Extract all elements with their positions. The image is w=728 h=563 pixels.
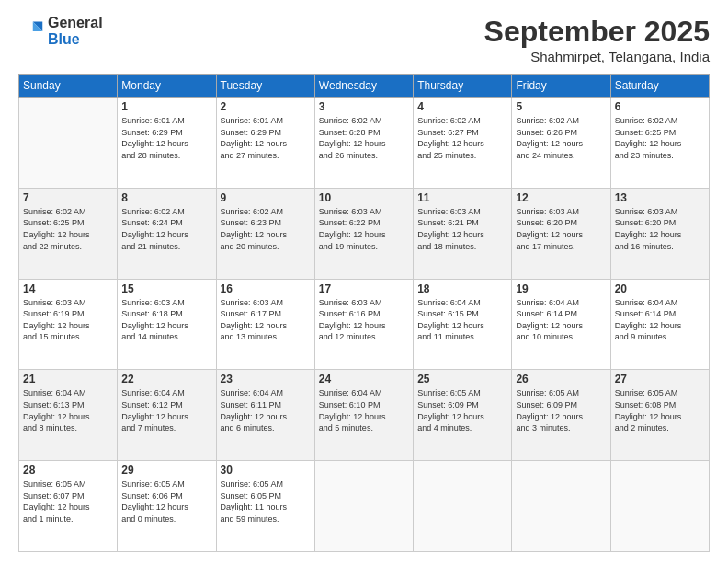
day-info: Sunrise: 6:03 AM Sunset: 6:19 PM Dayligh… [23, 297, 113, 343]
day-number: 21 [23, 373, 113, 385]
day-number: 17 [319, 282, 409, 295]
day-info: Sunrise: 6:02 AM Sunset: 6:25 PM Dayligh… [23, 206, 113, 252]
logo-icon [18, 18, 44, 44]
calendar-table: Sunday Monday Tuesday Wednesday Thursday… [18, 74, 710, 552]
day-number: 20 [615, 282, 705, 295]
day-number: 28 [23, 464, 113, 477]
col-wednesday: Wednesday [314, 75, 413, 98]
day-number: 26 [516, 373, 606, 385]
day-cell: 17Sunrise: 6:03 AM Sunset: 6:16 PM Dayli… [314, 279, 413, 370]
day-number: 16 [221, 282, 311, 295]
day-info: Sunrise: 6:02 AM Sunset: 6:28 PM Dayligh… [319, 115, 409, 161]
day-info: Sunrise: 6:05 AM Sunset: 6:08 PM Dayligh… [615, 387, 705, 433]
day-number: 29 [121, 464, 211, 477]
day-number: 10 [319, 191, 409, 204]
col-friday: Friday [512, 75, 610, 98]
day-number: 1 [121, 100, 211, 113]
day-info: Sunrise: 6:03 AM Sunset: 6:18 PM Dayligh… [121, 297, 211, 343]
day-number: 23 [221, 373, 311, 385]
header: General Blue September 2025 Shahmirpet, … [18, 15, 710, 64]
day-number: 2 [221, 100, 311, 113]
week-row-2: 7Sunrise: 6:02 AM Sunset: 6:25 PM Daylig… [19, 188, 710, 279]
day-info: Sunrise: 6:03 AM Sunset: 6:17 PM Dayligh… [221, 297, 311, 343]
day-cell [19, 98, 118, 189]
day-number: 25 [417, 373, 507, 385]
day-cell: 1Sunrise: 6:01 AM Sunset: 6:29 PM Daylig… [118, 98, 216, 189]
day-cell: 7Sunrise: 6:02 AM Sunset: 6:25 PM Daylig… [19, 188, 118, 279]
day-number: 24 [319, 373, 409, 385]
day-info: Sunrise: 6:01 AM Sunset: 6:29 PM Dayligh… [221, 115, 311, 161]
day-cell: 30Sunrise: 6:05 AM Sunset: 6:05 PM Dayli… [216, 461, 314, 552]
day-number: 3 [319, 100, 409, 113]
day-cell [414, 461, 512, 552]
title-block: September 2025 Shahmirpet, Telangana, In… [484, 15, 710, 64]
day-number: 30 [221, 464, 311, 477]
day-cell: 25Sunrise: 6:05 AM Sunset: 6:09 PM Dayli… [414, 370, 512, 461]
day-cell: 2Sunrise: 6:01 AM Sunset: 6:29 PM Daylig… [216, 98, 314, 189]
day-number: 13 [615, 191, 705, 204]
day-info: Sunrise: 6:04 AM Sunset: 6:11 PM Dayligh… [221, 387, 311, 433]
col-sunday: Sunday [19, 75, 118, 98]
day-cell: 9Sunrise: 6:02 AM Sunset: 6:23 PM Daylig… [216, 188, 314, 279]
day-info: Sunrise: 6:05 AM Sunset: 6:09 PM Dayligh… [516, 387, 606, 433]
day-info: Sunrise: 6:03 AM Sunset: 6:16 PM Dayligh… [319, 297, 409, 343]
col-thursday: Thursday [414, 75, 512, 98]
day-cell: 8Sunrise: 6:02 AM Sunset: 6:24 PM Daylig… [118, 188, 216, 279]
page: General Blue September 2025 Shahmirpet, … [0, 0, 728, 563]
day-info: Sunrise: 6:04 AM Sunset: 6:14 PM Dayligh… [516, 297, 606, 343]
day-info: Sunrise: 6:04 AM Sunset: 6:10 PM Dayligh… [319, 387, 409, 433]
day-number: 7 [23, 191, 113, 204]
day-info: Sunrise: 6:03 AM Sunset: 6:22 PM Dayligh… [319, 206, 409, 252]
day-cell: 11Sunrise: 6:03 AM Sunset: 6:21 PM Dayli… [414, 188, 512, 279]
day-cell: 6Sunrise: 6:02 AM Sunset: 6:25 PM Daylig… [610, 98, 709, 189]
day-info: Sunrise: 6:02 AM Sunset: 6:24 PM Dayligh… [121, 206, 211, 252]
day-cell: 24Sunrise: 6:04 AM Sunset: 6:10 PM Dayli… [314, 370, 413, 461]
day-cell: 22Sunrise: 6:04 AM Sunset: 6:12 PM Dayli… [118, 370, 216, 461]
day-cell [512, 461, 610, 552]
day-cell: 5Sunrise: 6:02 AM Sunset: 6:26 PM Daylig… [512, 98, 610, 189]
header-row: Sunday Monday Tuesday Wednesday Thursday… [19, 75, 710, 98]
day-number: 8 [121, 191, 211, 204]
week-row-3: 14Sunrise: 6:03 AM Sunset: 6:19 PM Dayli… [19, 279, 710, 370]
day-cell: 19Sunrise: 6:04 AM Sunset: 6:14 PM Dayli… [512, 279, 610, 370]
week-row-5: 28Sunrise: 6:05 AM Sunset: 6:07 PM Dayli… [19, 461, 710, 552]
week-row-4: 21Sunrise: 6:04 AM Sunset: 6:13 PM Dayli… [19, 370, 710, 461]
day-number: 18 [417, 282, 507, 295]
day-cell: 13Sunrise: 6:03 AM Sunset: 6:20 PM Dayli… [610, 188, 709, 279]
subtitle: Shahmirpet, Telangana, India [484, 49, 710, 64]
day-info: Sunrise: 6:04 AM Sunset: 6:15 PM Dayligh… [417, 297, 507, 343]
day-cell: 16Sunrise: 6:03 AM Sunset: 6:17 PM Dayli… [216, 279, 314, 370]
day-info: Sunrise: 6:03 AM Sunset: 6:20 PM Dayligh… [615, 206, 705, 252]
day-info: Sunrise: 6:05 AM Sunset: 6:05 PM Dayligh… [221, 478, 311, 524]
day-cell: 12Sunrise: 6:03 AM Sunset: 6:20 PM Dayli… [512, 188, 610, 279]
day-info: Sunrise: 6:02 AM Sunset: 6:23 PM Dayligh… [221, 206, 311, 252]
day-number: 12 [516, 191, 606, 204]
col-tuesday: Tuesday [216, 75, 314, 98]
day-info: Sunrise: 6:02 AM Sunset: 6:27 PM Dayligh… [417, 115, 507, 161]
day-cell: 14Sunrise: 6:03 AM Sunset: 6:19 PM Dayli… [19, 279, 118, 370]
day-number: 14 [23, 282, 113, 295]
col-monday: Monday [118, 75, 216, 98]
day-info: Sunrise: 6:04 AM Sunset: 6:12 PM Dayligh… [121, 387, 211, 433]
day-info: Sunrise: 6:03 AM Sunset: 6:20 PM Dayligh… [516, 206, 606, 252]
day-info: Sunrise: 6:05 AM Sunset: 6:09 PM Dayligh… [417, 387, 507, 433]
day-info: Sunrise: 6:02 AM Sunset: 6:25 PM Dayligh… [615, 115, 705, 161]
month-title: September 2025 [484, 15, 710, 49]
day-number: 27 [615, 373, 705, 385]
day-cell: 29Sunrise: 6:05 AM Sunset: 6:06 PM Dayli… [118, 461, 216, 552]
week-row-1: 1Sunrise: 6:01 AM Sunset: 6:29 PM Daylig… [19, 98, 710, 189]
day-cell: 27Sunrise: 6:05 AM Sunset: 6:08 PM Dayli… [610, 370, 709, 461]
day-info: Sunrise: 6:04 AM Sunset: 6:14 PM Dayligh… [615, 297, 705, 343]
day-cell: 10Sunrise: 6:03 AM Sunset: 6:22 PM Dayli… [314, 188, 413, 279]
day-cell: 20Sunrise: 6:04 AM Sunset: 6:14 PM Dayli… [610, 279, 709, 370]
day-info: Sunrise: 6:05 AM Sunset: 6:07 PM Dayligh… [23, 478, 113, 524]
day-number: 4 [417, 100, 507, 113]
day-number: 11 [417, 191, 507, 204]
logo: General Blue [18, 15, 103, 47]
day-number: 19 [516, 282, 606, 295]
day-number: 15 [121, 282, 211, 295]
day-cell: 21Sunrise: 6:04 AM Sunset: 6:13 PM Dayli… [19, 370, 118, 461]
day-info: Sunrise: 6:04 AM Sunset: 6:13 PM Dayligh… [23, 387, 113, 433]
day-cell: 18Sunrise: 6:04 AM Sunset: 6:15 PM Dayli… [414, 279, 512, 370]
day-info: Sunrise: 6:02 AM Sunset: 6:26 PM Dayligh… [516, 115, 606, 161]
